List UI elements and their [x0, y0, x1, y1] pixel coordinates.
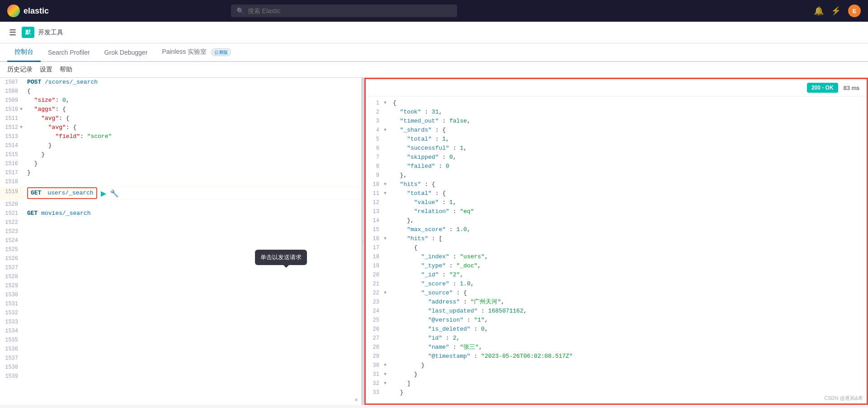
nav-icons: 🔔 ⚡ E [814, 5, 861, 17]
editor-line: 1511 "avg": { [0, 114, 361, 123]
editor-line: 1535 [0, 336, 361, 345]
editor-panel: 1507 POST /scores/_search 1508 { 1509 "s… [0, 78, 362, 405]
dev-tools-badge: 默 [22, 27, 34, 38]
line-content: POST /scores/_search [24, 78, 361, 87]
settings-button[interactable]: 设置 [40, 66, 52, 74]
watermark: CSDN @逐风&希 [824, 395, 863, 402]
response-line: 24 "last_updated" : 1685071162, [366, 307, 867, 316]
editor-line: 1508 { [0, 87, 361, 96]
hamburger-menu[interactable]: ☰ [7, 26, 18, 39]
tab-grok-debugger[interactable]: Grok Debugger [97, 44, 155, 62]
line-content: } [24, 159, 361, 168]
response-line: 18 "_index" : "users", [366, 252, 867, 261]
editor-line: 1520 [0, 200, 361, 209]
resp-fold: ▼ [384, 99, 389, 108]
line-content: "field": "score" [24, 132, 361, 141]
editor-line: 1530 [0, 290, 361, 299]
line-content: GET movies/_search [24, 209, 361, 218]
response-line: 16 ▼ "hits" : [ [366, 234, 867, 243]
avatar[interactable]: E [848, 5, 861, 17]
line-number: 1531 [0, 299, 24, 308]
beta-badge: 公测版 [211, 48, 231, 56]
line-number: 1527 [0, 263, 24, 272]
line-number: 1509 [0, 96, 24, 105]
tab-navigation: 控制台 Search Profiler Grok Debugger Painle… [0, 43, 868, 62]
line-number: 1533 [0, 318, 24, 327]
response-line: 10 ▼ "hits" : { [366, 180, 867, 189]
editor-line: 1536 [0, 345, 361, 354]
editor-line: 1534 [0, 327, 361, 336]
line-number: 1525 [0, 245, 24, 254]
response-line: 14 }, [366, 216, 867, 225]
editor-line: 1533 [0, 318, 361, 327]
editor-line: 1518 [0, 177, 361, 186]
editor-line: 1539 [0, 372, 361, 381]
editor-line: 1525 [0, 245, 361, 254]
dev-tools-label[interactable]: 开发工具 [38, 28, 63, 37]
line-number: 1539 [0, 372, 24, 381]
response-line: 12 "value" : 1, [366, 198, 867, 207]
request-settings-button[interactable]: 🔧 [110, 189, 119, 198]
line-number: 1510 ▼ [0, 105, 24, 114]
line-content: } [24, 150, 361, 159]
line-number: 1515 [0, 150, 24, 159]
line-number: 1520 [0, 200, 24, 209]
line-number: 1538 [0, 363, 24, 372]
response-line: 19 "_type" : "_doc", [366, 261, 867, 270]
help-button[interactable]: 帮助 [60, 66, 72, 74]
history-button[interactable]: 历史记录 [7, 66, 33, 74]
line-content: "avg": { [24, 114, 361, 123]
line-number: 1532 [0, 308, 24, 318]
line-number: 1513 [0, 132, 24, 141]
editor-line: 1521 GET movies/_search [0, 209, 361, 218]
run-request-button[interactable]: ▶ [101, 189, 106, 198]
line-number: 1514 [0, 141, 24, 150]
response-line: 21 "_score" : 1.0, [366, 280, 867, 289]
line-number: 1526 [0, 254, 24, 263]
top-navigation: elastic 🔍 🔔 ⚡ E [0, 0, 868, 22]
elastic-logo[interactable]: elastic [7, 5, 49, 17]
response-line: 9 }, [366, 171, 867, 180]
line-number: 1521 [0, 209, 24, 218]
tab-console[interactable]: 控制台 [7, 43, 41, 62]
editor-line: 1514 } [0, 141, 361, 150]
editor-line: 1526 [0, 254, 361, 263]
editor-line: 1513 "field": "score" [0, 132, 361, 141]
response-line: 20 "_id" : "2", [366, 270, 867, 280]
response-area[interactable]: 1 ▼ { 2 "took" : 31, 3 "timed_out" : fal… [366, 97, 867, 403]
line-number: 1529 [0, 281, 24, 290]
line-content: "avg": { [24, 123, 361, 132]
editor-line: 1509 "size": 0, [0, 96, 361, 105]
line-number: 1511 [0, 114, 24, 123]
line-number: 1528 [0, 272, 24, 281]
scroll-indicator [355, 399, 358, 401]
line-number: 1517 [0, 168, 24, 177]
second-navigation: ☰ 默 开发工具 [0, 22, 868, 43]
tab-painless-lab[interactable]: Painless 实验室 公测版 [155, 43, 238, 62]
tab-search-profiler[interactable]: Search Profiler [41, 44, 97, 62]
global-search-bar[interactable]: 🔍 [231, 5, 457, 17]
editor-area[interactable]: 1507 POST /scores/_search 1508 { 1509 "s… [0, 78, 361, 405]
resp-line-num: 1 [366, 99, 384, 108]
line-number: 1524 [0, 236, 24, 245]
editor-line: 1516 } [0, 159, 361, 168]
response-line: 4 ▼ "_shards" : { [366, 126, 867, 135]
editor-line: 1512 ▼ "avg": { [0, 123, 361, 132]
line-number: 1534 [0, 327, 24, 336]
editor-line: 1531 [0, 299, 361, 308]
search-input[interactable] [248, 7, 452, 14]
response-line: 30 ▼ } [366, 361, 867, 370]
logo-icon [7, 5, 20, 17]
line-content: } [24, 168, 361, 177]
share-icon[interactable]: ⚡ [831, 6, 841, 16]
main-content: 1507 POST /scores/_search 1508 { 1509 "s… [0, 78, 868, 405]
line-content: "aggs": { [24, 105, 361, 114]
editor-line: 1507 POST /scores/_search [0, 78, 361, 87]
bell-icon[interactable]: 🔔 [814, 6, 824, 16]
status-badge: 200 - OK [807, 83, 838, 93]
line-number: 1530 [0, 290, 24, 299]
line-number: 1522 [0, 218, 24, 227]
line-content: } [24, 141, 361, 150]
request-url: users/_search [44, 189, 93, 198]
response-line: 22 ▼ "_source" : { [366, 289, 867, 298]
